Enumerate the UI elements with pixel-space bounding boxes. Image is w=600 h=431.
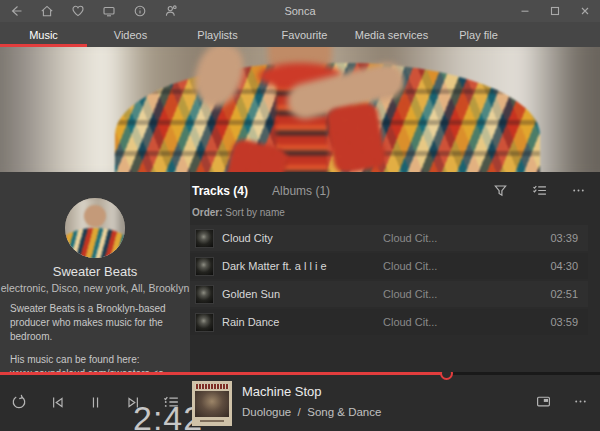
track-album: Cloud Cit...: [383, 260, 533, 272]
app-window: Sonca: [0, 0, 600, 431]
mini-player-icon[interactable]: [536, 394, 551, 409]
artist-hero-image: [0, 47, 600, 172]
seek-bar[interactable]: [0, 372, 600, 375]
track-duration: 04:30: [533, 260, 588, 272]
cast-button[interactable]: [93, 0, 124, 22]
now-playing-info: Machine Stop Duologue / Song & Dance: [242, 384, 381, 418]
hero-right-cuff: [325, 101, 388, 172]
home-button[interactable]: [31, 0, 62, 22]
track-thumbnail: [195, 229, 214, 248]
tab-videos[interactable]: Videos: [87, 22, 174, 47]
artist-bio-paragraph: His music can be found here: www.soundcl…: [10, 353, 180, 372]
favourites-button[interactable]: [62, 0, 93, 22]
filter-icon[interactable]: [493, 183, 508, 198]
tab-media-services[interactable]: Media services: [348, 22, 435, 47]
track-title: Cloud City: [222, 232, 383, 244]
player-bar: 2:42 Machine Stop Duologue / Song & Danc…: [0, 372, 600, 431]
minimize-icon: [519, 5, 531, 17]
artist-name: Sweater Beats: [0, 264, 190, 279]
now-playing-title: Machine Stop: [242, 384, 381, 399]
home-icon: [40, 4, 54, 18]
repeat-button[interactable]: [0, 387, 38, 417]
track-list: Cloud City Cloud Cit... 03:39 Dark Matte…: [190, 225, 600, 335]
info-icon: [133, 4, 147, 18]
maximize-icon: [549, 5, 561, 17]
nav-tabbar: Music Videos Playlists Favourite Media s…: [0, 22, 600, 47]
artist-person-icon: [164, 4, 178, 18]
previous-button[interactable]: [38, 387, 76, 417]
player-more-icon[interactable]: [573, 394, 588, 409]
library-header: Tracks (4) Albums (1): [190, 172, 600, 198]
close-icon: [579, 5, 591, 17]
back-icon: [9, 4, 23, 18]
track-duration: 02:51: [533, 288, 588, 300]
track-album: Cloud Cit...: [383, 232, 533, 244]
main-content: Sweater Beats electronic, Disco, new yor…: [0, 172, 600, 372]
track-row[interactable]: Rain Dance Cloud Cit... 03:59: [190, 309, 588, 335]
progress-fill: [0, 372, 447, 375]
cast-device-icon: [102, 4, 116, 18]
track-duration: 03:39: [533, 232, 588, 244]
repeat-icon: [11, 394, 27, 410]
tab-albums[interactable]: Albums (1): [272, 184, 330, 198]
pause-button[interactable]: [76, 387, 114, 417]
titlebar: Sonca: [0, 0, 600, 22]
close-button[interactable]: [570, 0, 600, 22]
player-right-actions: [536, 394, 588, 409]
track-title: Dark Matter ft. a l l i e: [222, 260, 383, 272]
artist-bio-paragraph: Sweater Beats is a Brooklyn-based produc…: [10, 302, 180, 344]
track-thumbnail: [195, 285, 214, 304]
track-row[interactable]: Cloud City Cloud Cit... 03:39: [190, 225, 588, 251]
tab-playlists[interactable]: Playlists: [174, 22, 261, 47]
back-button[interactable]: [0, 0, 31, 22]
maximize-button[interactable]: [540, 0, 570, 22]
track-duration: 03:59: [533, 316, 588, 328]
now-playing-artist-album: Duologue / Song & Dance: [242, 406, 381, 418]
track-title: Rain Dance: [222, 316, 383, 328]
tab-play-file[interactable]: Play file: [435, 22, 522, 47]
now-playing-art[interactable]: [192, 381, 232, 426]
track-album: Cloud Cit...: [383, 316, 533, 328]
track-row[interactable]: Golden Sun Cloud Cit... 02:51: [190, 281, 588, 307]
artist-view-button[interactable]: [155, 0, 186, 22]
minimize-button[interactable]: [510, 0, 540, 22]
artist-bio: Sweater Beats is a Brooklyn-based produc…: [10, 302, 180, 372]
library-panel: Tracks (4) Albums (1) Order: Sort by nam…: [190, 172, 600, 372]
progress-handle[interactable]: [440, 372, 453, 380]
sort-order-label[interactable]: Order: Sort by name: [190, 198, 600, 225]
tab-tracks[interactable]: Tracks (4): [192, 184, 248, 198]
track-album: Cloud Cit...: [383, 288, 533, 300]
track-thumbnail: [195, 313, 214, 332]
pause-icon: [88, 395, 103, 410]
tab-favourite[interactable]: Favourite: [261, 22, 348, 47]
info-button[interactable]: [124, 0, 155, 22]
more-icon[interactable]: [571, 183, 586, 198]
artist-genres: electronic, Disco, new york, All, Brookl…: [0, 282, 190, 294]
heart-icon: [71, 4, 85, 18]
track-title: Golden Sun: [222, 288, 383, 300]
track-thumbnail: [195, 257, 214, 276]
artist-avatar: [65, 198, 125, 258]
multiselect-icon[interactable]: [532, 183, 547, 198]
previous-icon: [50, 395, 65, 410]
tab-music[interactable]: Music: [0, 22, 87, 47]
track-row[interactable]: Dark Matter ft. a l l i e Cloud Cit... 0…: [190, 253, 588, 279]
artist-panel: Sweater Beats electronic, Disco, new yor…: [0, 172, 190, 372]
